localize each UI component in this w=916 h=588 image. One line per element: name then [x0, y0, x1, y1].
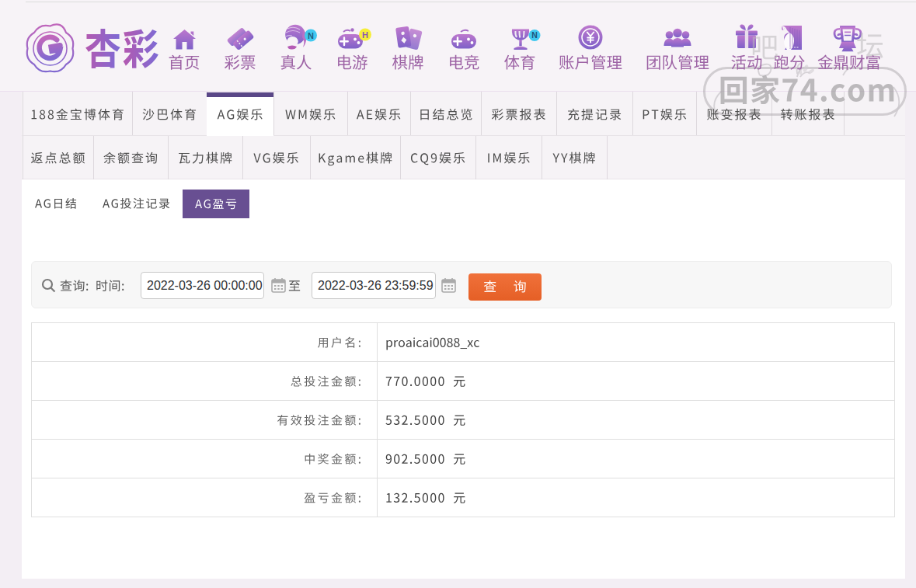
svg-text:N: N — [531, 30, 538, 40]
svg-text:H: H — [362, 30, 368, 40]
svg-text:N: N — [308, 31, 314, 40]
